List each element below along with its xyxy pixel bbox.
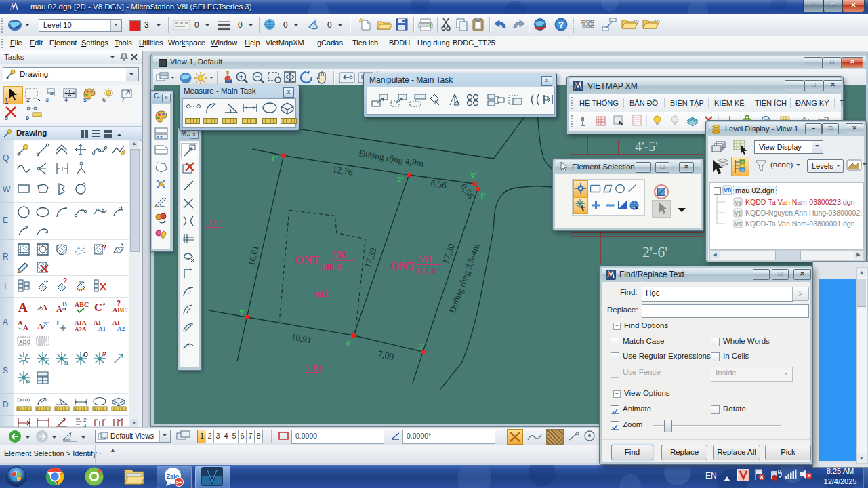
svg-text:A: A [37, 321, 44, 331]
svg-text:?: ? [63, 278, 67, 285]
svg-text:ABC: ABC [75, 301, 89, 308]
svg-text:4': 4' [479, 190, 486, 201]
svg-text:V8: V8 [724, 187, 731, 194]
svg-text:V8: V8 [735, 210, 742, 217]
svg-text:A: A [18, 319, 23, 327]
svg-text:O: O [83, 351, 88, 358]
svg-text:1': 1' [271, 153, 278, 163]
svg-text:ONT: ONT [390, 260, 416, 272]
svg-text:ABC: ABC [112, 306, 127, 314]
svg-text:V8: V8 [735, 221, 742, 228]
svg-text:9: 9 [26, 115, 29, 121]
svg-text:1: 1 [41, 285, 45, 291]
svg-text:7': 7' [239, 308, 246, 318]
svg-text:A2A: A2A [75, 326, 87, 333]
svg-text:3: 3 [83, 422, 87, 427]
svg-text:200.0: 200.0 [320, 262, 342, 272]
svg-text:222: 222 [206, 218, 222, 228]
svg-text:A: A [23, 323, 28, 331]
svg-text:1: 1 [60, 285, 64, 291]
svg-text:?: ? [102, 351, 106, 359]
svg-text:2: 2 [26, 96, 30, 102]
svg-text:7: 7 [121, 96, 125, 102]
svg-text:121.0: 121.0 [415, 266, 437, 277]
svg-text:551: 551 [418, 254, 432, 264]
svg-text:?: ? [558, 20, 564, 30]
svg-text:A: A [41, 302, 48, 312]
svg-text:2': 2' [397, 174, 404, 184]
svg-text:3': 3' [470, 170, 476, 180]
svg-text:3: 3 [45, 96, 49, 102]
svg-text:5': 5' [418, 341, 425, 351]
svg-text:4'-5': 4'-5' [635, 139, 658, 154]
svg-text:550: 550 [332, 250, 346, 260]
svg-text:239: 239 [306, 363, 321, 373]
svg-text:A: A [56, 304, 62, 314]
svg-text:ABC: ABC [19, 339, 31, 345]
svg-text:5: 5 [83, 96, 87, 102]
svg-text:A2: A2 [117, 325, 125, 332]
svg-text:5+: 5+ [175, 479, 182, 485]
svg-text:?: ? [102, 244, 106, 251]
svg-text:6': 6' [346, 338, 353, 348]
svg-text:A: A [18, 300, 28, 314]
svg-text:6: 6 [102, 96, 106, 102]
svg-text:ONT: ONT [295, 253, 321, 266]
svg-text:8: 8 [5, 115, 8, 121]
svg-text:A1A: A1A [75, 319, 87, 326]
svg-text:?: ? [117, 300, 121, 307]
svg-text:V8: V8 [735, 199, 742, 206]
svg-text:A1: A1 [98, 325, 106, 332]
svg-text:ɯ2: ɯ2 [315, 288, 329, 299]
svg-text:2'-6': 2'-6' [642, 243, 667, 260]
svg-text:4: 4 [64, 96, 68, 102]
svg-text:B: B [62, 300, 67, 308]
svg-text:C: C [94, 302, 102, 313]
svg-text:I: I [56, 319, 59, 327]
